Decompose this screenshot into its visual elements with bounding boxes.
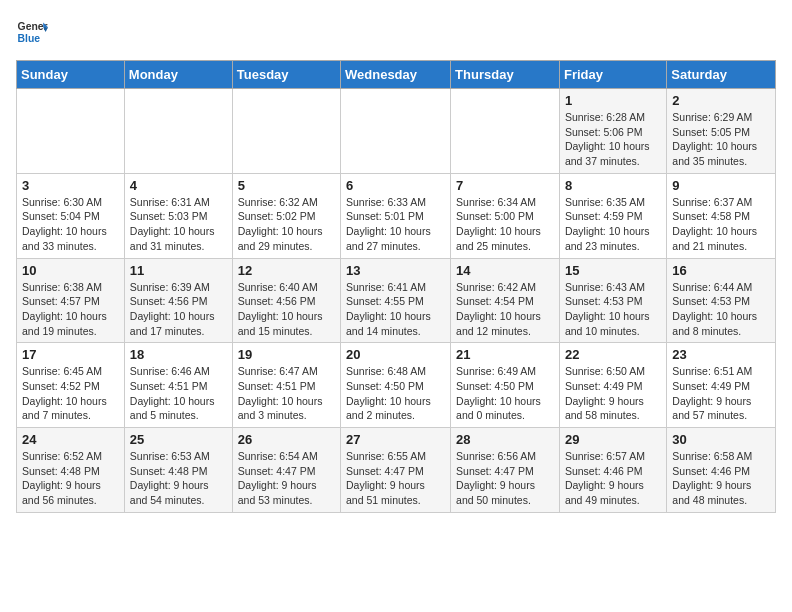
- day-info: Sunrise: 6:44 AM Sunset: 4:53 PM Dayligh…: [672, 280, 770, 339]
- calendar-cell: 21Sunrise: 6:49 AM Sunset: 4:50 PM Dayli…: [451, 343, 560, 428]
- svg-text:Blue: Blue: [18, 33, 41, 44]
- calendar-cell: 4Sunrise: 6:31 AM Sunset: 5:03 PM Daylig…: [124, 173, 232, 258]
- day-info: Sunrise: 6:33 AM Sunset: 5:01 PM Dayligh…: [346, 195, 445, 254]
- weekday-header: Sunday: [17, 61, 125, 89]
- day-number: 22: [565, 347, 661, 362]
- day-info: Sunrise: 6:34 AM Sunset: 5:00 PM Dayligh…: [456, 195, 554, 254]
- day-info: Sunrise: 6:37 AM Sunset: 4:58 PM Dayligh…: [672, 195, 770, 254]
- day-info: Sunrise: 6:57 AM Sunset: 4:46 PM Dayligh…: [565, 449, 661, 508]
- calendar-cell: 20Sunrise: 6:48 AM Sunset: 4:50 PM Dayli…: [341, 343, 451, 428]
- calendar-cell: 7Sunrise: 6:34 AM Sunset: 5:00 PM Daylig…: [451, 173, 560, 258]
- calendar-cell: [124, 89, 232, 174]
- day-number: 12: [238, 263, 335, 278]
- calendar-cell: 16Sunrise: 6:44 AM Sunset: 4:53 PM Dayli…: [667, 258, 776, 343]
- calendar-cell: 22Sunrise: 6:50 AM Sunset: 4:49 PM Dayli…: [559, 343, 666, 428]
- day-number: 13: [346, 263, 445, 278]
- logo-icon: General Blue: [16, 16, 48, 48]
- day-info: Sunrise: 6:47 AM Sunset: 4:51 PM Dayligh…: [238, 364, 335, 423]
- day-number: 15: [565, 263, 661, 278]
- day-info: Sunrise: 6:50 AM Sunset: 4:49 PM Dayligh…: [565, 364, 661, 423]
- day-number: 18: [130, 347, 227, 362]
- calendar-cell: 26Sunrise: 6:54 AM Sunset: 4:47 PM Dayli…: [232, 428, 340, 513]
- day-info: Sunrise: 6:29 AM Sunset: 5:05 PM Dayligh…: [672, 110, 770, 169]
- calendar-cell: [232, 89, 340, 174]
- day-info: Sunrise: 6:42 AM Sunset: 4:54 PM Dayligh…: [456, 280, 554, 339]
- day-info: Sunrise: 6:38 AM Sunset: 4:57 PM Dayligh…: [22, 280, 119, 339]
- day-number: 8: [565, 178, 661, 193]
- day-info: Sunrise: 6:51 AM Sunset: 4:49 PM Dayligh…: [672, 364, 770, 423]
- day-info: Sunrise: 6:53 AM Sunset: 4:48 PM Dayligh…: [130, 449, 227, 508]
- weekday-header: Monday: [124, 61, 232, 89]
- day-number: 4: [130, 178, 227, 193]
- day-info: Sunrise: 6:32 AM Sunset: 5:02 PM Dayligh…: [238, 195, 335, 254]
- day-number: 28: [456, 432, 554, 447]
- calendar-cell: 12Sunrise: 6:40 AM Sunset: 4:56 PM Dayli…: [232, 258, 340, 343]
- day-number: 5: [238, 178, 335, 193]
- calendar-cell: 29Sunrise: 6:57 AM Sunset: 4:46 PM Dayli…: [559, 428, 666, 513]
- calendar-cell: 2Sunrise: 6:29 AM Sunset: 5:05 PM Daylig…: [667, 89, 776, 174]
- calendar-week-row: 10Sunrise: 6:38 AM Sunset: 4:57 PM Dayli…: [17, 258, 776, 343]
- weekday-header: Thursday: [451, 61, 560, 89]
- day-info: Sunrise: 6:48 AM Sunset: 4:50 PM Dayligh…: [346, 364, 445, 423]
- calendar-cell: [341, 89, 451, 174]
- weekday-header: Tuesday: [232, 61, 340, 89]
- calendar-cell: 18Sunrise: 6:46 AM Sunset: 4:51 PM Dayli…: [124, 343, 232, 428]
- day-number: 23: [672, 347, 770, 362]
- day-number: 17: [22, 347, 119, 362]
- day-info: Sunrise: 6:58 AM Sunset: 4:46 PM Dayligh…: [672, 449, 770, 508]
- day-info: Sunrise: 6:56 AM Sunset: 4:47 PM Dayligh…: [456, 449, 554, 508]
- day-number: 25: [130, 432, 227, 447]
- day-number: 19: [238, 347, 335, 362]
- day-number: 11: [130, 263, 227, 278]
- weekday-header: Saturday: [667, 61, 776, 89]
- calendar-week-row: 1Sunrise: 6:28 AM Sunset: 5:06 PM Daylig…: [17, 89, 776, 174]
- calendar-cell: 19Sunrise: 6:47 AM Sunset: 4:51 PM Dayli…: [232, 343, 340, 428]
- calendar-cell: 17Sunrise: 6:45 AM Sunset: 4:52 PM Dayli…: [17, 343, 125, 428]
- calendar-cell: 10Sunrise: 6:38 AM Sunset: 4:57 PM Dayli…: [17, 258, 125, 343]
- day-info: Sunrise: 6:45 AM Sunset: 4:52 PM Dayligh…: [22, 364, 119, 423]
- weekday-header: Friday: [559, 61, 666, 89]
- day-number: 3: [22, 178, 119, 193]
- day-info: Sunrise: 6:46 AM Sunset: 4:51 PM Dayligh…: [130, 364, 227, 423]
- day-info: Sunrise: 6:55 AM Sunset: 4:47 PM Dayligh…: [346, 449, 445, 508]
- logo: General Blue: [16, 16, 48, 48]
- day-number: 1: [565, 93, 661, 108]
- calendar-header-row: SundayMondayTuesdayWednesdayThursdayFrid…: [17, 61, 776, 89]
- weekday-header: Wednesday: [341, 61, 451, 89]
- day-number: 10: [22, 263, 119, 278]
- day-number: 27: [346, 432, 445, 447]
- day-info: Sunrise: 6:35 AM Sunset: 4:59 PM Dayligh…: [565, 195, 661, 254]
- day-number: 29: [565, 432, 661, 447]
- day-info: Sunrise: 6:49 AM Sunset: 4:50 PM Dayligh…: [456, 364, 554, 423]
- day-info: Sunrise: 6:52 AM Sunset: 4:48 PM Dayligh…: [22, 449, 119, 508]
- day-number: 14: [456, 263, 554, 278]
- day-number: 7: [456, 178, 554, 193]
- day-info: Sunrise: 6:39 AM Sunset: 4:56 PM Dayligh…: [130, 280, 227, 339]
- calendar-cell: 30Sunrise: 6:58 AM Sunset: 4:46 PM Dayli…: [667, 428, 776, 513]
- day-number: 30: [672, 432, 770, 447]
- day-info: Sunrise: 6:31 AM Sunset: 5:03 PM Dayligh…: [130, 195, 227, 254]
- calendar-cell: 13Sunrise: 6:41 AM Sunset: 4:55 PM Dayli…: [341, 258, 451, 343]
- day-number: 21: [456, 347, 554, 362]
- calendar-cell: 5Sunrise: 6:32 AM Sunset: 5:02 PM Daylig…: [232, 173, 340, 258]
- day-number: 9: [672, 178, 770, 193]
- day-info: Sunrise: 6:28 AM Sunset: 5:06 PM Dayligh…: [565, 110, 661, 169]
- calendar-cell: 3Sunrise: 6:30 AM Sunset: 5:04 PM Daylig…: [17, 173, 125, 258]
- calendar-cell: 24Sunrise: 6:52 AM Sunset: 4:48 PM Dayli…: [17, 428, 125, 513]
- calendar-cell: [451, 89, 560, 174]
- calendar-cell: 11Sunrise: 6:39 AM Sunset: 4:56 PM Dayli…: [124, 258, 232, 343]
- calendar-cell: 1Sunrise: 6:28 AM Sunset: 5:06 PM Daylig…: [559, 89, 666, 174]
- calendar-cell: 8Sunrise: 6:35 AM Sunset: 4:59 PM Daylig…: [559, 173, 666, 258]
- day-number: 26: [238, 432, 335, 447]
- calendar-cell: 15Sunrise: 6:43 AM Sunset: 4:53 PM Dayli…: [559, 258, 666, 343]
- calendar-cell: 14Sunrise: 6:42 AM Sunset: 4:54 PM Dayli…: [451, 258, 560, 343]
- day-info: Sunrise: 6:43 AM Sunset: 4:53 PM Dayligh…: [565, 280, 661, 339]
- calendar-cell: 28Sunrise: 6:56 AM Sunset: 4:47 PM Dayli…: [451, 428, 560, 513]
- day-number: 6: [346, 178, 445, 193]
- day-number: 2: [672, 93, 770, 108]
- calendar-table: SundayMondayTuesdayWednesdayThursdayFrid…: [16, 60, 776, 513]
- calendar-cell: 6Sunrise: 6:33 AM Sunset: 5:01 PM Daylig…: [341, 173, 451, 258]
- day-number: 16: [672, 263, 770, 278]
- day-info: Sunrise: 6:54 AM Sunset: 4:47 PM Dayligh…: [238, 449, 335, 508]
- calendar-week-row: 24Sunrise: 6:52 AM Sunset: 4:48 PM Dayli…: [17, 428, 776, 513]
